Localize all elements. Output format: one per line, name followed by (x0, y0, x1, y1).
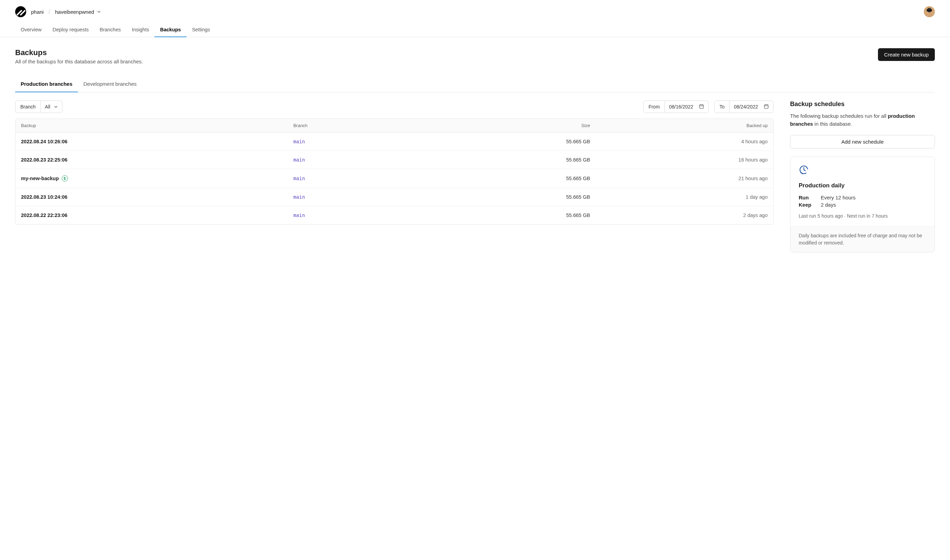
breadcrumb-separator: / (49, 8, 50, 15)
backed-up-cell: 2 days ago (596, 206, 773, 224)
branch-filter-label: Branch (15, 101, 41, 112)
page-subtitle: All of the backups for this database acr… (15, 58, 143, 65)
schedule-card: Production daily Run Every 12 hours Keep… (790, 157, 935, 252)
to-date-filter[interactable]: To 08/24/2022 (714, 100, 774, 113)
schedule-footer: Daily backups are included free of charg… (790, 226, 935, 252)
branch-link[interactable]: main (293, 157, 305, 163)
sub-tabs: Production branchesDevelopment branches (15, 77, 935, 92)
logo-icon[interactable] (15, 6, 26, 17)
clock-icon (799, 165, 926, 176)
branch-filter-select[interactable]: All (41, 101, 62, 112)
branch-link[interactable]: main (293, 194, 305, 200)
nav-tab-settings[interactable]: Settings (187, 23, 216, 37)
size-cell: 55.665 GB (441, 169, 595, 188)
table-row[interactable]: 2022.08.22 22:23:06main55.665 GB2 days a… (15, 206, 773, 224)
table-row[interactable]: 2022.08.23 10:24:06main55.665 GB1 day ag… (15, 188, 773, 206)
branch-link[interactable]: main (293, 175, 305, 181)
content: Backups All of the backups for this data… (0, 37, 950, 263)
sub-tab-development-branches[interactable]: Development branches (78, 77, 142, 92)
create-backup-button[interactable]: Create new backup (878, 48, 935, 61)
keep-value: 2 days (821, 202, 836, 208)
svg-rect-0 (700, 105, 703, 108)
branch-cell: main (288, 151, 441, 169)
backup-name-cell: 2022.08.22 22:23:06 (15, 206, 288, 224)
backup-name[interactable]: 2022.08.23 10:24:06 (21, 194, 68, 200)
backup-name-cell: 2022.08.24 10:26:06 (15, 132, 288, 151)
schedules-description: The following backup schedules run for a… (790, 112, 935, 128)
calendar-icon (763, 104, 769, 110)
th-size: Size (441, 119, 595, 132)
schedules-heading: Backup schedules (790, 100, 935, 108)
svg-line-12 (804, 170, 805, 171)
svg-rect-4 (764, 105, 768, 108)
from-date-input[interactable]: 08/16/2022 (665, 101, 708, 112)
backups-table: Backup Branch Size Backed up 2022.08.24 … (15, 118, 774, 225)
size-cell: 55.665 GB (441, 151, 595, 169)
backup-name[interactable]: 2022.08.22 22:23:06 (21, 212, 68, 218)
nav-tab-backups[interactable]: Backups (154, 23, 186, 37)
page-header: Backups All of the backups for this data… (15, 48, 935, 65)
schedule-name: Production daily (799, 182, 926, 189)
nav-tab-overview[interactable]: Overview (15, 23, 47, 37)
branch-cell: main (288, 206, 441, 224)
filters-row: Branch All From 08/16/2022 (15, 100, 774, 113)
from-date-value: 08/16/2022 (669, 104, 693, 109)
th-backed-up: Backed up (596, 119, 773, 132)
table-row[interactable]: 2022.08.23 22:25:06main55.665 GB16 hours… (15, 151, 773, 169)
branch-link[interactable]: main (293, 139, 305, 144)
size-cell: 55.665 GB (441, 206, 595, 224)
from-date-filter[interactable]: From 08/16/2022 (643, 100, 709, 113)
to-label: To (714, 101, 730, 112)
nav-tabs: OverviewDeploy requestsBranchesInsightsB… (0, 17, 950, 37)
breadcrumb-org[interactable]: phani (31, 9, 44, 15)
backup-name-cell: 2022.08.23 22:25:06 (15, 151, 288, 169)
breadcrumb-project[interactable]: haveibeenpwned (55, 9, 101, 15)
branch-cell: main (288, 188, 441, 206)
backup-name[interactable]: 2022.08.23 22:25:06 (21, 157, 68, 163)
th-backup: Backup (15, 119, 288, 132)
schedules-panel: Backup schedules The following backup sc… (790, 100, 935, 252)
breadcrumb-project-label: haveibeenpwned (55, 9, 94, 15)
to-date-value: 08/24/2022 (734, 104, 758, 109)
sub-tab-production-branches[interactable]: Production branches (15, 77, 78, 92)
keep-label: Keep (799, 202, 821, 208)
calendar-icon (699, 104, 704, 110)
svg-point-9 (800, 172, 801, 173)
chevron-down-icon[interactable] (97, 10, 101, 14)
backup-name[interactable]: 2022.08.24 10:26:06 (21, 139, 68, 144)
breadcrumb: phani / haveibeenpwned (15, 6, 101, 17)
chevron-down-icon (54, 105, 58, 109)
table-row[interactable]: my-new-backup$main55.665 GB21 hours ago (15, 169, 773, 188)
nav-tab-insights[interactable]: Insights (126, 23, 154, 37)
branch-filter[interactable]: Branch All (15, 100, 62, 113)
svg-point-10 (802, 174, 802, 174)
branch-cell: main (288, 132, 441, 151)
table-row[interactable]: 2022.08.24 10:26:06main55.665 GB4 hours … (15, 132, 773, 151)
branch-cell: main (288, 169, 441, 188)
dollar-icon: $ (62, 175, 68, 182)
th-branch: Branch (288, 119, 441, 132)
backed-up-cell: 21 hours ago (596, 169, 773, 188)
nav-tab-branches[interactable]: Branches (94, 23, 126, 37)
branch-link[interactable]: main (293, 212, 305, 218)
run-value: Every 12 hours (821, 195, 856, 200)
table-header: Backup Branch Size Backed up (15, 119, 773, 132)
page-title: Backups (15, 48, 143, 57)
from-label: From (643, 101, 665, 112)
backup-name-cell: my-new-backup$ (15, 169, 288, 188)
backup-name[interactable]: my-new-backup (21, 175, 59, 181)
avatar[interactable] (924, 6, 935, 17)
backed-up-cell: 16 hours ago (596, 151, 773, 169)
size-cell: 55.665 GB (441, 132, 595, 151)
add-schedule-button[interactable]: Add new schedule (790, 135, 935, 148)
backed-up-cell: 4 hours ago (596, 132, 773, 151)
to-date-input[interactable]: 08/24/2022 (730, 101, 773, 112)
size-cell: 55.665 GB (441, 188, 595, 206)
backed-up-cell: 1 day ago (596, 188, 773, 206)
top-header: phani / haveibeenpwned (0, 0, 950, 17)
schedule-meta: Last run 5 hours ago · Next run in 7 hou… (799, 213, 926, 219)
run-label: Run (799, 195, 821, 200)
branch-filter-value: All (45, 104, 50, 109)
nav-tab-deploy-requests[interactable]: Deploy requests (47, 23, 94, 37)
backup-name-cell: 2022.08.23 10:24:06 (15, 188, 288, 206)
